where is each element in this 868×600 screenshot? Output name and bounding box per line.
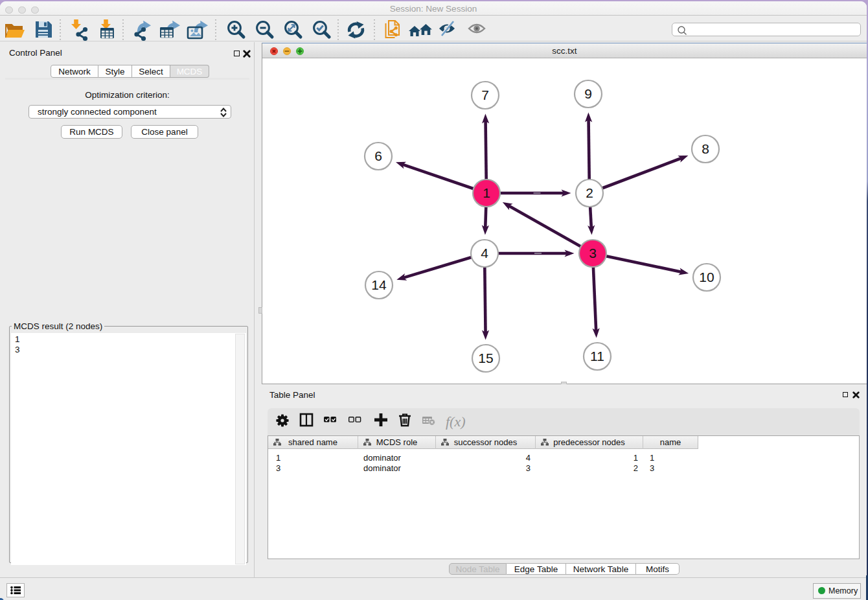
svg-text:14: 14	[371, 277, 387, 292]
svg-text:7: 7	[481, 87, 489, 102]
svg-text:4: 4	[481, 246, 488, 260]
svg-text:11: 11	[590, 349, 604, 363]
svg-text:6: 6	[374, 148, 382, 163]
svg-text:f(x): f(x)	[446, 413, 466, 430]
svg-text:8: 8	[702, 141, 709, 156]
svg-text:1: 1	[483, 185, 490, 200]
svg-text:2: 2	[586, 185, 593, 200]
svg-text:9: 9	[584, 86, 592, 101]
svg-text:3: 3	[589, 246, 597, 260]
svg-text:15: 15	[478, 351, 493, 365]
svg-text:10: 10	[699, 270, 714, 284]
